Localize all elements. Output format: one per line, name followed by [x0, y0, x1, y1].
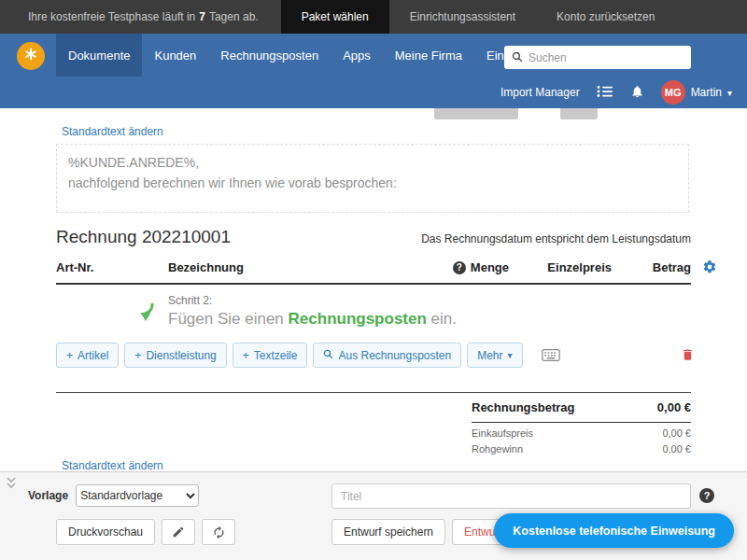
reset-account-button[interactable]: Konto zurücksetzen	[536, 0, 675, 34]
template-label: Vorlage	[28, 489, 68, 502]
step-highlight: Rechnungsposten	[289, 310, 427, 328]
asterisk-icon	[23, 47, 38, 65]
user-menu[interactable]: MG Martin ▾	[661, 80, 732, 105]
trial-topbar: Ihre kostenfreie Testphase läuft in 7 Ta…	[0, 0, 747, 34]
edit-button[interactable]	[162, 519, 195, 545]
add-article-label: Artikel	[78, 349, 108, 362]
menu-item-meine-firma[interactable]: Meine Firma	[383, 34, 474, 77]
cut-off-button[interactable]	[434, 108, 518, 119]
items-table-header: Art-Nr. Bezeichnung ? Menge Einzelpreis …	[56, 260, 691, 285]
brand-logo[interactable]	[17, 42, 45, 70]
refresh-button[interactable]	[202, 519, 235, 545]
setup-assistant-button[interactable]: Einrichtungsassistent	[389, 0, 536, 34]
invoice-date-note: Das Rechnungsdatum entspricht dem Leistu…	[421, 232, 691, 245]
title-input[interactable]	[331, 483, 691, 509]
column-bezeichnung: Bezeichnung	[168, 260, 388, 274]
notifications-bell-icon[interactable]	[630, 84, 644, 102]
chevron-down-icon: ▾	[727, 88, 732, 98]
avatar[interactable]: MG	[661, 80, 685, 105]
intro-text-area[interactable]: %KUNDE.ANREDE%, nachfolgend berechnen wi…	[56, 144, 689, 213]
table-settings-gear-icon[interactable]	[702, 259, 717, 278]
save-draft-button[interactable]: Entwurf speichern	[331, 519, 445, 545]
import-manager-link[interactable]: Import Manager	[500, 86, 580, 99]
column-einzelpreis: Einzelpreis	[509, 260, 612, 274]
menu-item-rechnungsposten[interactable]: Rechnungsposten	[208, 34, 331, 77]
main-navbar: Dokumente Kunden Rechnungsposten Apps Me…	[0, 34, 747, 108]
step-text-after: ein.	[431, 310, 457, 328]
invoice-total-row: Rechnungsbetrag 0,00 €	[472, 393, 691, 423]
gross-profit-row: Rohgewinn 0,00 €	[472, 439, 691, 455]
column-menge-label: Menge	[471, 260, 509, 274]
step-hint-text: Schritt 2: Fügen Sie einen Rechnungspost…	[168, 294, 457, 329]
keyboard-shortcuts-icon[interactable]	[542, 348, 560, 362]
totals-block: Rechnungsbetrag 0,00 € Einkaufspreis 0,0…	[472, 393, 691, 455]
add-textline-button[interactable]: + Textzeile	[233, 343, 308, 368]
trial-notice: Ihre kostenfreie Testphase läuft in 7 Ta…	[0, 0, 281, 34]
intro-line-2: nachfolgend berechnen wir Ihnen wie vora…	[68, 174, 677, 194]
menu-item-kunden[interactable]: Kunden	[142, 34, 208, 77]
template-selector: Vorlage Standardvorlage	[28, 484, 199, 507]
column-art-nr: Art-Nr.	[56, 260, 168, 274]
plus-icon: +	[134, 349, 141, 362]
column-menge: ? Menge	[388, 260, 509, 274]
trial-text-suffix: Tagen ab.	[209, 10, 259, 23]
search-icon	[323, 349, 333, 362]
search-input[interactable]	[529, 51, 684, 64]
more-button[interactable]: Mehr ▾	[467, 343, 522, 368]
task-list-icon[interactable]	[597, 85, 613, 101]
menu-item-apps[interactable]: Apps	[331, 34, 383, 77]
template-select[interactable]: Standardvorlage	[76, 484, 199, 507]
add-service-label: Dienstleistung	[146, 349, 216, 362]
add-service-button[interactable]: + Dienstleistung	[124, 343, 226, 368]
menge-help-icon[interactable]: ?	[453, 261, 466, 274]
plus-icon: +	[243, 349, 249, 362]
user-name: Martin	[691, 86, 722, 99]
purchase-price-label: Einkaufspreis	[472, 427, 533, 439]
add-textline-label: Textzeile	[254, 349, 298, 362]
step-hint: Schritt 2: Fügen Sie einen Rechnungspost…	[136, 294, 457, 329]
step-sentence: Fügen Sie einen Rechnungsposten ein.	[168, 310, 457, 329]
navbar-secondary-row: Import Manager MG Martin ▾	[0, 77, 747, 108]
from-invoice-items-label: Aus Rechnungsposten	[338, 349, 451, 362]
global-search	[504, 46, 691, 69]
purchase-price-value: 0,00 €	[662, 427, 691, 439]
edit-standard-text-link-bottom[interactable]: Standardtext ändern	[62, 459, 163, 472]
choose-package-button[interactable]: Paket wählen	[281, 0, 389, 34]
menu-item-dokumente[interactable]: Dokumente	[56, 34, 142, 77]
gross-profit-label: Rohgewinn	[472, 443, 523, 455]
trial-days-count: 7	[199, 10, 205, 23]
invoice-editor: Standardtext ändern %KUNDE.ANREDE%, nach…	[0, 108, 747, 471]
add-article-button[interactable]: + Artikel	[56, 343, 119, 368]
search-icon	[512, 49, 523, 66]
trial-text-prefix: Ihre kostenfreie Testphase läuft in	[28, 10, 195, 23]
more-label: Mehr	[477, 349, 502, 362]
app-window: Ihre kostenfreie Testphase läuft in 7 Ta…	[0, 0, 747, 560]
column-betrag: Betrag	[612, 260, 691, 274]
purchase-price-row: Einkaufspreis 0,00 €	[472, 423, 691, 439]
gross-profit-value: 0,00 €	[662, 443, 691, 455]
invoice-total-label: Rechnungsbetrag	[472, 400, 575, 414]
add-item-toolbar: + Artikel + Dienstleistung + Textzeile A…	[56, 343, 560, 368]
from-invoice-items-button[interactable]: Aus Rechnungsposten	[313, 343, 461, 368]
chevron-down-icon: ▾	[508, 350, 513, 360]
collapse-panel-icon[interactable]	[5, 476, 18, 492]
print-preview-button[interactable]: Druckvorschau	[56, 519, 155, 545]
invoice-title: Rechnung 202210001	[56, 227, 231, 247]
free-phone-onboarding-pill[interactable]: Kostenlose telefonische Einweisung	[494, 513, 734, 548]
intro-line-1: %KUNDE.ANREDE%,	[68, 153, 677, 174]
delete-row-trash-icon[interactable]	[681, 347, 695, 366]
invoice-total-value: 0,00 €	[657, 400, 691, 414]
step-label: Schritt 2:	[168, 294, 457, 307]
edit-standard-text-link-top[interactable]: Standardtext ändern	[62, 125, 163, 138]
plus-icon: +	[66, 349, 73, 362]
title-help-icon[interactable]: ?	[699, 488, 714, 503]
cut-off-button[interactable]	[560, 108, 598, 119]
green-down-arrow-icon	[136, 301, 159, 329]
footer-left-buttons: Druckvorschau	[56, 519, 235, 545]
invoice-title-row: Rechnung 202210001 Das Rechnungsdatum en…	[56, 227, 691, 247]
step-text-before: Fügen Sie einen	[168, 310, 284, 328]
